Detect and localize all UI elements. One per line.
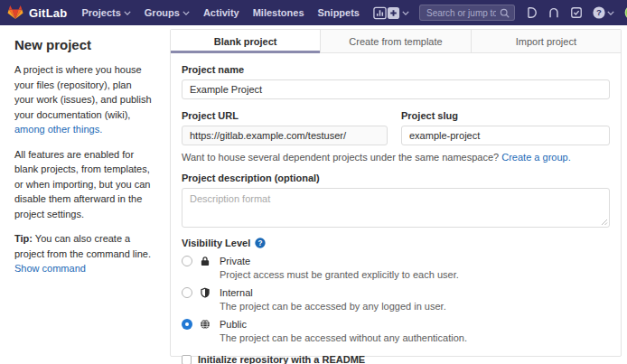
- nav-item-milestones[interactable]: Milestones: [253, 7, 304, 18]
- visibility-option-private[interactable]: Private Project access must be granted e…: [182, 256, 610, 280]
- show-command-link[interactable]: Show command: [14, 263, 86, 274]
- global-search[interactable]: [419, 5, 515, 21]
- visibility-option-description: The project can be accessed by any logge…: [220, 301, 610, 312]
- nav-item-groups[interactable]: Groups: [145, 7, 190, 18]
- sidebar-paragraph: All features are enabled for blank proje…: [14, 147, 154, 222]
- chart-icon[interactable]: [373, 6, 387, 20]
- project-url-input[interactable]: [182, 126, 388, 145]
- chevron-down-icon: [182, 11, 190, 15]
- url-slug-row: Project URL Project slug: [182, 110, 610, 145]
- project-description-input[interactable]: [182, 188, 610, 228]
- svg-text:?: ?: [596, 7, 602, 17]
- top-navbar: GitLab Projects Groups Activity Mileston…: [0, 0, 627, 25]
- tab-create-from-template[interactable]: Create from template: [320, 30, 470, 53]
- project-description-label: Project description (optional): [182, 173, 610, 183]
- lock-icon: [200, 256, 211, 266]
- sidebar-tip: Tip: You can also create a project from …: [14, 231, 154, 276]
- project-slug-input[interactable]: [401, 126, 610, 145]
- namespace-hint: Want to house several dependent projects…: [182, 152, 610, 163]
- visibility-option-name: Private: [220, 256, 250, 266]
- visibility-option-public[interactable]: Public The project can be accessed witho…: [182, 319, 610, 343]
- gitlab-home-link[interactable]: GitLab: [7, 5, 67, 22]
- project-slug-label: Project slug: [401, 110, 610, 121]
- navbar-right: ?: [387, 5, 627, 21]
- project-url-label: Project URL: [182, 110, 388, 121]
- new-plus-menu[interactable]: [387, 6, 409, 20]
- chevron-down-icon: [607, 11, 614, 15]
- merge-request-icon[interactable]: [547, 6, 560, 19]
- resize-grip-icon[interactable]: [601, 219, 608, 226]
- visibility-option-name: Internal: [220, 287, 253, 298]
- tab-blank-project[interactable]: Blank project: [171, 30, 320, 53]
- page-content: New project A project is where you house…: [0, 25, 627, 364]
- gitlab-tanuki-icon: [7, 5, 23, 22]
- readme-section[interactable]: Initialize repository with a README Allo…: [182, 354, 610, 364]
- chevron-down-icon: [124, 11, 131, 15]
- new-project-panel: Blank project Create from template Impor…: [170, 29, 622, 357]
- help-icon[interactable]: ?: [255, 238, 266, 248]
- nav-item-projects[interactable]: Projects: [81, 7, 130, 18]
- issues-icon[interactable]: [525, 6, 538, 19]
- nav-item-activity[interactable]: Activity: [203, 7, 239, 18]
- project-type-tabs: Blank project Create from template Impor…: [171, 30, 621, 53]
- nav-menu: Projects Groups Activity Milestones Snip…: [81, 6, 387, 20]
- svg-text:?: ?: [258, 239, 263, 247]
- visibility-section: Visibility Level ? Private Project acces…: [182, 238, 610, 343]
- globe-icon: [200, 319, 211, 330]
- visibility-option-name: Public: [220, 319, 247, 330]
- plus-icon: [387, 6, 400, 20]
- shield-icon: [200, 287, 211, 298]
- visibility-option-description: Project access must be granted explicitl…: [220, 269, 610, 280]
- internal-radio[interactable]: [182, 287, 192, 298]
- blank-project-form: Project name Project URL Project slug Wa…: [171, 53, 621, 364]
- private-radio[interactable]: [182, 256, 192, 266]
- visibility-option-description: The project can be accessed without any …: [220, 332, 610, 343]
- among-other-things-link[interactable]: among other things.: [14, 124, 102, 135]
- project-name-input[interactable]: [182, 79, 610, 99]
- description-section: Project description (optional): [182, 173, 610, 228]
- public-radio[interactable]: [182, 319, 192, 330]
- visibility-option-internal[interactable]: Internal The project can be accessed by …: [182, 287, 610, 312]
- search-input[interactable]: [426, 8, 496, 18]
- new-project-sidebar: New project A project is where you house…: [0, 25, 170, 364]
- help-icon: ?: [593, 6, 605, 19]
- visibility-level-label: Visibility Level ?: [182, 238, 610, 248]
- chevron-down-icon: [402, 11, 409, 15]
- page-title: New project: [14, 37, 154, 52]
- readme-label: Initialize repository with a README: [198, 354, 365, 364]
- nav-item-snippets[interactable]: Snippets: [318, 7, 360, 18]
- tab-import-project[interactable]: Import project: [471, 30, 621, 53]
- brand-name: GitLab: [29, 6, 67, 20]
- search-icon: [500, 8, 510, 18]
- project-name-label: Project name: [182, 64, 610, 75]
- sidebar-paragraph: A project is where you house your files …: [14, 62, 154, 137]
- readme-checkbox[interactable]: [182, 355, 192, 364]
- create-a-group-link[interactable]: Create a group.: [501, 152, 570, 163]
- help-menu[interactable]: ?: [593, 6, 614, 19]
- todo-icon[interactable]: [570, 6, 583, 19]
